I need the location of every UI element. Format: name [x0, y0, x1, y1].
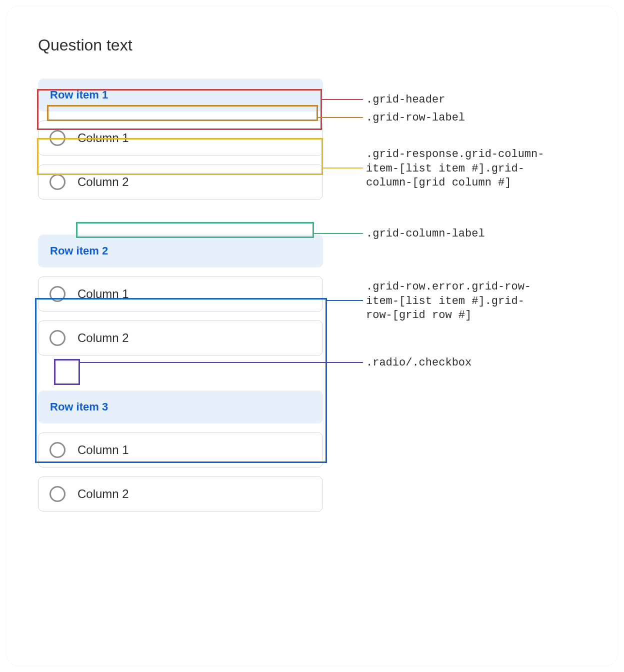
annotation-grid-row-label: .grid-row-label: [366, 111, 465, 126]
annotation-grid-response: .grid-response.grid-column- item-[list i…: [366, 148, 544, 190]
leader-line: [322, 99, 363, 100]
grid-column-label: Column 2: [78, 487, 129, 501]
grid-response-r2c2[interactable]: Column 2: [38, 320, 323, 356]
grid-row-3: Row item 3 Column 1 Column 2: [38, 390, 586, 512]
grid-row-label: Row item 3: [50, 400, 311, 414]
grid-response-r1c1[interactable]: Column 1: [38, 120, 323, 156]
grid-column-label: Column 2: [78, 331, 129, 345]
highlight-radio: [54, 359, 80, 385]
grid-header: Row item 3: [38, 390, 323, 424]
grid-row-label: Row item 1: [50, 88, 311, 102]
leader-line: [323, 168, 363, 168]
annotation-radio: .radio/.checkbox: [366, 356, 472, 370]
radio-icon[interactable]: [50, 330, 66, 346]
radio-icon[interactable]: [50, 286, 66, 302]
grid-column-label: Column 1: [78, 443, 129, 457]
leader-line: [318, 117, 363, 118]
grid-header: Row item 1: [38, 78, 323, 112]
grid-column-label: Column 1: [78, 131, 129, 145]
radio-icon[interactable]: [50, 486, 66, 502]
radio-icon[interactable]: [50, 442, 66, 458]
annotation-grid-row-error: .grid-row.error.grid-row- item-[list ite…: [366, 280, 531, 323]
leader-line: [80, 362, 363, 363]
grid-column-label: Column 1: [78, 287, 129, 301]
grid-response-r3c1[interactable]: Column 1: [38, 432, 323, 468]
grid-response-r2c1[interactable]: Column 1: [38, 276, 323, 312]
grid-column-label: Column 2: [78, 175, 129, 189]
radio-icon[interactable]: [50, 130, 66, 146]
leader-line: [314, 233, 363, 234]
grid-response-r1c2[interactable]: Column 2: [38, 164, 323, 200]
grid-header: Row item 2: [38, 234, 323, 268]
leader-line: [327, 300, 363, 301]
radio-icon[interactable]: [50, 174, 66, 190]
grid-row-label: Row item 2: [50, 244, 311, 258]
question-title: Question text: [38, 36, 586, 54]
grid-response-r3c2[interactable]: Column 2: [38, 476, 323, 512]
annotation-grid-header: .grid-header: [366, 93, 445, 108]
annotation-grid-column-label: .grid-column-label: [366, 227, 485, 242]
